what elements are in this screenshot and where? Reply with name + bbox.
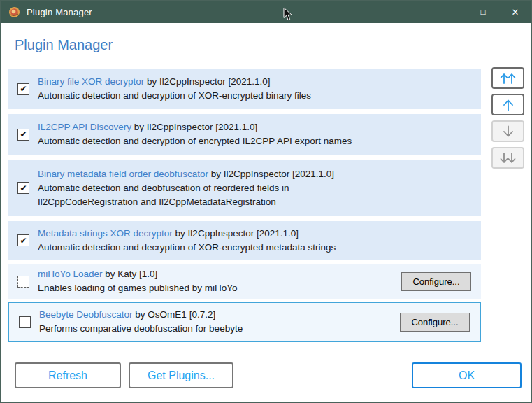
up-arrow-icon — [501, 99, 516, 111]
plugin-name-link[interactable]: Binary metadata field order deobfuscator — [38, 169, 208, 179]
plugin-list: ✔ Binary file XOR decryptor by Il2CppIns… — [8, 69, 481, 342]
plugin-checkbox[interactable] — [17, 276, 29, 288]
maximize-icon[interactable]: □ — [467, 1, 499, 23]
plugin-name-link[interactable]: Metadata strings XOR decryptor — [38, 228, 173, 239]
move-to-top-button[interactable] — [491, 67, 524, 89]
plugin-row-il2cpp-api-discovery[interactable]: ✔ IL2CPP API Discovery by Il2CppInspecto… — [8, 114, 481, 155]
plugin-row-metadata-strings-xor-decryptor[interactable]: ✔ Metadata strings XOR decryptor by Il2C… — [8, 221, 481, 260]
plugin-name-link[interactable]: Beebyte Deobfuscator — [39, 309, 133, 320]
plugin-description: Automatic detection and deobfuscation of… — [38, 181, 334, 209]
plugin-name-link[interactable]: Binary file XOR decryptor — [38, 76, 144, 87]
configure-button[interactable]: Configure... — [400, 313, 470, 332]
plugin-description: Automatic detection and decryption of XO… — [38, 89, 311, 103]
plugin-row-binary-file-xor-decryptor[interactable]: ✔ Binary file XOR decryptor by Il2CppIns… — [8, 69, 481, 109]
checkmark-icon: ✔ — [20, 236, 27, 245]
plugin-byline: by Il2CppInspector [2021.1.0] — [147, 76, 270, 87]
app-icon — [8, 6, 20, 18]
page-title: Plugin Manager — [15, 37, 113, 53]
move-up-button[interactable] — [491, 94, 524, 115]
move-to-bottom-button[interactable] — [491, 147, 524, 169]
plugin-checkbox[interactable]: ✔ — [17, 129, 29, 141]
plugin-byline: by Il2CppInspector [2021.1.0] — [211, 169, 334, 179]
refresh-button[interactable]: Refresh — [15, 362, 121, 388]
plugin-row-beebyte-deobfuscator[interactable]: Beebyte Deobfuscator by OsOmE1 [0.7.2] P… — [8, 302, 481, 342]
plugin-description: Automatic detection and decryption of XO… — [38, 241, 336, 255]
plugin-name-link[interactable]: miHoYo Loader — [38, 269, 103, 279]
window-title: Plugin Manager — [27, 7, 92, 17]
get-plugins-button[interactable]: Get Plugins... — [129, 362, 233, 388]
double-down-arrow-icon — [498, 152, 518, 164]
plugin-row-binary-metadata-field-order-deobfuscator[interactable]: ✔ Binary metadata field order deobfuscat… — [8, 160, 481, 216]
plugin-manager-window: Plugin Manager – □ ✕ Plugin Manager ✔ Bi… — [0, 0, 532, 403]
plugin-row-mihoyo-loader[interactable]: miHoYo Loader by Katy [1.0] Enables load… — [8, 264, 481, 299]
plugin-name-link[interactable]: IL2CPP API Discovery — [38, 122, 131, 132]
down-arrow-icon — [501, 125, 516, 138]
plugin-description: Enables loading of games published by mi… — [38, 281, 237, 295]
checkmark-icon: ✔ — [20, 85, 27, 93]
plugin-checkbox[interactable]: ✔ — [17, 182, 29, 194]
checkmark-icon: ✔ — [20, 184, 27, 192]
move-down-button[interactable] — [491, 120, 524, 142]
titlebar: Plugin Manager – □ ✕ — [1, 1, 531, 23]
close-icon[interactable]: ✕ — [499, 1, 531, 23]
plugin-description: Performs comparative deobfuscation for b… — [39, 322, 243, 336]
plugin-checkbox[interactable]: ✔ — [17, 234, 29, 246]
plugin-byline: by Il2CppInspector [2021.1.0] — [134, 122, 257, 132]
plugin-byline: by Il2CppInspector [2021.1.0] — [175, 228, 299, 239]
plugin-checkbox[interactable] — [19, 316, 31, 328]
double-up-arrow-icon — [498, 72, 518, 85]
checkmark-icon: ✔ — [20, 130, 27, 139]
plugin-description: Automatic detection and decryption of en… — [38, 134, 352, 148]
ok-button[interactable]: OK — [412, 362, 522, 388]
plugin-byline: by OsOmE1 [0.7.2] — [135, 309, 215, 320]
plugin-checkbox[interactable]: ✔ — [17, 83, 29, 95]
plugin-byline: by Katy [1.0] — [105, 269, 157, 279]
configure-button[interactable]: Configure... — [401, 272, 471, 291]
minimize-icon[interactable]: – — [435, 1, 467, 23]
